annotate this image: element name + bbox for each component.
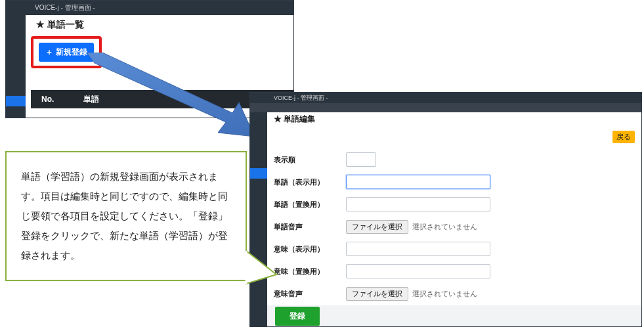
- file-none-word-audio: 選択されていません: [412, 222, 477, 232]
- page-title-text: 単語一覧: [47, 19, 84, 30]
- input-word-display[interactable]: [346, 175, 490, 189]
- label-word-replace: 単語（置換用）: [274, 200, 346, 210]
- label-meaning-display: 意味（表示用）: [274, 244, 346, 254]
- label-order: 表示順: [274, 155, 346, 165]
- edit-page-title: ★ 単語編集: [274, 114, 637, 125]
- panel1-header: VOICE-j - 管理画面: [6, 1, 293, 15]
- new-button-highlight: ＋新規登録: [31, 36, 102, 68]
- new-register-button[interactable]: ＋新規登録: [39, 43, 94, 62]
- page-title: ★単語一覧: [36, 19, 293, 31]
- panel2-sidebar: [250, 93, 267, 326]
- plus-icon: ＋: [45, 47, 53, 58]
- label-meaning-audio: 意味音声: [274, 289, 346, 299]
- new-button-label: 新規登録: [56, 47, 87, 58]
- word-edit-screen: VOICE-j - 管理画面 ★ 単語編集 戻る 表示順 単語（表示用） 単語（…: [249, 92, 642, 327]
- panel1-sidebar-active[interactable]: [6, 96, 26, 106]
- file-select-word-audio[interactable]: ファイルを選択: [346, 220, 408, 234]
- input-word-replace[interactable]: [346, 197, 490, 211]
- label-word-audio: 単語音声: [274, 222, 346, 232]
- input-meaning-display[interactable]: [346, 242, 490, 256]
- input-order[interactable]: [346, 152, 376, 167]
- callout-text: 単語（学習語）の新規登録画面が表示されます。項目は編集時と同じですので、編集時と…: [21, 171, 228, 261]
- input-meaning-replace[interactable]: [346, 264, 490, 278]
- panel1-sidebar: [6, 1, 26, 118]
- star-icon: ★: [274, 114, 282, 123]
- back-button[interactable]: 戻る: [612, 131, 635, 143]
- star-icon: ★: [36, 19, 45, 30]
- label-meaning-replace: 意味（置換用）: [274, 267, 346, 276]
- register-button[interactable]: 登録: [275, 307, 320, 326]
- file-none-meaning-audio: 選択されていません: [412, 289, 477, 299]
- edit-form: 表示順 単語（表示用） 単語（置換用） 単語音声 ファイルを選択 選択されていま…: [274, 148, 637, 305]
- col-no: No.: [41, 95, 68, 104]
- panel2-header: VOICE-j - 管理画面: [250, 93, 641, 103]
- col-word: 単語: [83, 94, 99, 105]
- register-bar: 登録: [267, 305, 641, 326]
- file-select-meaning-audio[interactable]: ファイルを選択: [346, 287, 408, 301]
- explanation-callout: 単語（学習語）の新規登録画面が表示されます。項目は編集時と同じですので、編集時と…: [5, 151, 247, 281]
- edit-page-title-text: 単語編集: [284, 114, 315, 123]
- panel2-sidebar-active[interactable]: [250, 168, 267, 179]
- label-word-display: 単語（表示用）: [274, 177, 346, 187]
- panel2-subheader: [250, 103, 641, 112]
